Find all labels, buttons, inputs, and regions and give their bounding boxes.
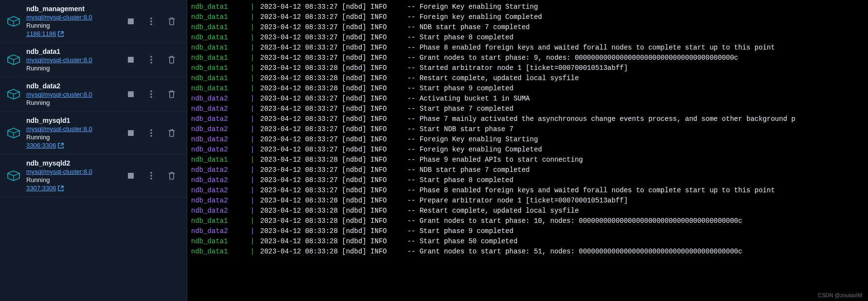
stop-button[interactable] (123, 167, 139, 184)
log-source: ndb_data2 (187, 196, 250, 206)
container-item[interactable]: ndb_mysqld2mysql/mysql-cluster:8.0Runnin… (0, 154, 187, 197)
menu-button[interactable] (143, 167, 159, 184)
container-port-link[interactable]: 3307:3306 (26, 184, 117, 192)
trash-icon (168, 129, 175, 137)
log-text: 2023-04-12 08:33:27 [ndbd] INFO -- NDB s… (260, 165, 530, 175)
log-pipe: | (250, 226, 260, 236)
log-text: 2023-04-12 08:33:27 [ndbd] INFO -- Activ… (260, 94, 530, 104)
menu-button[interactable] (143, 13, 159, 30)
delete-button[interactable] (163, 51, 180, 68)
log-pipe: | (250, 165, 260, 175)
stop-icon (127, 18, 134, 25)
log-line: ndb_data2| 2023-04-12 08:33:28 [ndbd] IN… (187, 196, 868, 206)
log-source: ndb_data2 (187, 165, 250, 175)
svg-point-17 (150, 172, 152, 174)
container-image-link[interactable]: mysql/mysql-cluster:8.0 (26, 125, 117, 133)
svg-point-10 (150, 93, 152, 95)
log-source: ndb_data2 (187, 226, 250, 236)
kebab-menu-icon (150, 129, 152, 137)
log-pipe: | (250, 134, 260, 145)
log-line: ndb_data1| 2023-04-12 08:33:27 [ndbd] IN… (187, 22, 868, 33)
log-source: ndb_data2 (187, 134, 250, 145)
log-pipe: | (250, 22, 260, 33)
external-link-icon (58, 185, 64, 191)
log-source: ndb_data1 (187, 53, 250, 63)
svg-point-9 (150, 90, 152, 92)
stop-button[interactable] (123, 51, 139, 68)
kebab-menu-icon (150, 172, 152, 180)
log-text: 2023-04-12 08:33:27 [ndbd] INFO -- Phase… (260, 185, 775, 196)
log-text: 2023-04-12 08:33:27 [ndbd] INFO -- Grant… (260, 53, 738, 63)
container-port-link[interactable]: 1186:1186 (26, 30, 117, 37)
svg-point-3 (150, 23, 152, 25)
log-source: ndb_data2 (187, 114, 250, 124)
log-text: 2023-04-12 08:33:28 [ndbd] INFO -- Grant… (260, 216, 742, 226)
container-box-icon (7, 54, 20, 65)
log-line: ndb_data2| 2023-04-12 08:33:27 [ndbd] IN… (187, 124, 868, 134)
log-line: ndb_data2| 2023-04-12 08:33:27 [ndbd] IN… (187, 175, 868, 185)
log-line: ndb_data2| 2023-04-12 08:33:27 [ndbd] IN… (187, 165, 868, 175)
container-image-link[interactable]: mysql/mysql-cluster:8.0 (26, 91, 117, 98)
container-info: ndb_data2mysql/mysql-cluster:8.0Running (26, 82, 117, 106)
container-actions (123, 167, 180, 184)
container-status: Running (26, 134, 117, 141)
log-source: ndb_data1 (187, 236, 250, 247)
log-text: 2023-04-12 08:33:28 [ndbd] INFO -- Resta… (260, 206, 579, 216)
log-pipe: | (250, 114, 260, 124)
log-source: ndb_data1 (187, 2, 250, 12)
log-source: ndb_data1 (187, 63, 250, 73)
container-item[interactable]: ndb_mysqld1mysql/mysql-cluster:8.0Runnin… (0, 112, 187, 154)
container-item[interactable]: ndb_managementmysql/mysql-cluster:8.0Run… (0, 0, 187, 43)
container-image-link[interactable]: mysql/mysql-cluster:8.0 (26, 56, 117, 64)
container-status: Running (26, 176, 117, 184)
log-line: ndb_data1| 2023-04-12 08:33:28 [ndbd] IN… (187, 155, 868, 165)
log-text: 2023-04-12 08:33:27 [ndbd] INFO -- Forei… (260, 134, 538, 145)
container-info: ndb_data1mysql/mysql-cluster:8.0Running (26, 48, 117, 72)
log-pipe: | (250, 12, 260, 22)
trash-icon (168, 17, 175, 25)
log-pipe: | (250, 206, 260, 216)
container-image-link[interactable]: mysql/mysql-cluster:8.0 (26, 14, 117, 21)
log-pipe: | (250, 53, 260, 63)
svg-rect-0 (128, 18, 134, 24)
log-line: ndb_data1| 2023-04-12 08:33:28 [ndbd] IN… (187, 216, 868, 226)
log-source: ndb_data2 (187, 185, 250, 196)
container-port-text: 3307:3306 (26, 184, 56, 192)
log-line: ndb_data1| 2023-04-12 08:33:28 [ndbd] IN… (187, 84, 868, 94)
container-item[interactable]: ndb_data1mysql/mysql-cluster:8.0Running (0, 43, 187, 77)
delete-button[interactable] (163, 167, 180, 184)
stop-button[interactable] (123, 86, 139, 102)
delete-button[interactable] (163, 13, 180, 30)
container-port-link[interactable]: 3306:3306 (26, 142, 117, 149)
log-text: 2023-04-12 08:33:27 [ndbd] INFO -- Start… (260, 124, 514, 134)
container-image-link[interactable]: mysql/mysql-cluster:8.0 (26, 168, 117, 175)
external-link-icon (58, 31, 64, 37)
container-name: ndb_mysqld2 (26, 159, 117, 167)
external-link-icon (58, 143, 64, 149)
svg-point-18 (150, 175, 152, 177)
container-actions (123, 51, 180, 68)
svg-point-1 (150, 17, 152, 19)
log-line: ndb_data2| 2023-04-12 08:33:27 [ndbd] IN… (187, 134, 868, 145)
menu-button[interactable] (143, 51, 159, 68)
stop-button[interactable] (123, 13, 139, 30)
log-pipe: | (250, 175, 260, 185)
watermark: CSDN @zoutao98 (818, 292, 862, 298)
container-item[interactable]: ndb_data2mysql/mysql-cluster:8.0Running (0, 77, 187, 112)
stop-button[interactable] (123, 125, 139, 141)
log-pipe: | (250, 247, 260, 257)
delete-button[interactable] (163, 86, 180, 102)
svg-point-5 (150, 56, 152, 58)
log-line: ndb_data1| 2023-04-12 08:33:28 [ndbd] IN… (187, 236, 868, 247)
delete-button[interactable] (163, 125, 180, 141)
container-name: ndb_management (26, 5, 117, 13)
container-status: Running (26, 22, 117, 29)
menu-button[interactable] (143, 86, 159, 102)
kebab-menu-icon (150, 56, 152, 64)
log-text: 2023-04-12 08:33:28 [ndbd] INFO -- Start… (260, 226, 514, 236)
container-name: ndb_data1 (26, 48, 117, 55)
log-source: ndb_data1 (187, 216, 250, 226)
container-icon (7, 126, 20, 140)
trash-icon (168, 56, 175, 64)
menu-button[interactable] (143, 125, 159, 141)
